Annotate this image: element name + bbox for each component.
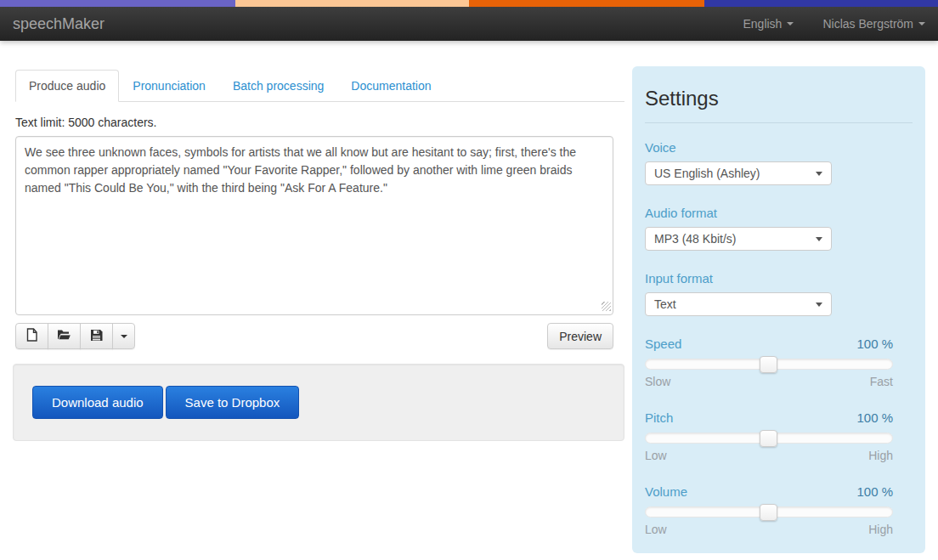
text-limit-note: Text limit: 5000 characters. bbox=[15, 116, 624, 129]
speed-label: Speed bbox=[645, 337, 681, 351]
speed-slider[interactable] bbox=[645, 359, 893, 370]
audio-format-field: Audio format MP3 (48 Kbit/s) bbox=[645, 206, 913, 251]
speech-text-input[interactable]: We see three unknown faces, symbols for … bbox=[15, 136, 613, 315]
brand-stripe-orange bbox=[469, 0, 704, 7]
caret-down-icon bbox=[816, 172, 822, 176]
new-document-button[interactable] bbox=[15, 323, 48, 349]
open-folder-icon bbox=[57, 329, 71, 343]
navbar-menus: English Niclas Bergström bbox=[743, 17, 925, 31]
editor-toolbar: Preview bbox=[15, 323, 613, 349]
speed-min-label: Slow bbox=[645, 375, 670, 388]
brand-stripe bbox=[0, 0, 938, 7]
volume-slider-handle[interactable] bbox=[760, 504, 777, 521]
voice-select[interactable]: US English (Ashley) bbox=[645, 161, 832, 185]
resize-grip-icon[interactable] bbox=[602, 302, 611, 311]
save-button[interactable] bbox=[80, 323, 113, 349]
speech-text-area-wrap: We see three unknown faces, symbols for … bbox=[15, 136, 613, 315]
voice-label: Voice bbox=[645, 140, 913, 155]
volume-slider[interactable] bbox=[645, 506, 893, 518]
pitch-slider-handle[interactable] bbox=[760, 430, 777, 447]
input-format-field: Input format Text bbox=[645, 271, 913, 316]
brand-stripe-purple bbox=[0, 0, 235, 7]
produce-audio-pane: Produce audio Pronunciation Batch proces… bbox=[13, 66, 624, 441]
tab-batch-processing[interactable]: Batch processing bbox=[219, 70, 337, 102]
voice-field: Voice US English (Ashley) bbox=[645, 140, 913, 185]
language-menu-label: English bbox=[743, 17, 782, 31]
speed-max-label: Fast bbox=[870, 375, 893, 388]
preview-button[interactable]: Preview bbox=[547, 323, 613, 349]
pitch-slider-group: Pitch 100 % Low High bbox=[645, 410, 893, 462]
download-audio-button[interactable]: Download audio bbox=[32, 386, 163, 419]
navbar: speechMaker English Niclas Bergström bbox=[0, 7, 938, 41]
audio-format-select-value: MP3 (48 Kbit/s) bbox=[654, 232, 736, 246]
language-menu[interactable]: English bbox=[743, 17, 794, 31]
caret-down-icon bbox=[816, 237, 822, 241]
user-menu-label: Niclas Bergström bbox=[822, 17, 913, 31]
caret-down-icon bbox=[816, 303, 822, 307]
tab-documentation[interactable]: Documentation bbox=[337, 70, 444, 102]
audio-format-label: Audio format bbox=[645, 206, 913, 220]
settings-divider bbox=[645, 122, 913, 123]
caret-down-icon bbox=[121, 335, 127, 338]
pitch-label: Pitch bbox=[645, 410, 673, 425]
input-format-select[interactable]: Text bbox=[645, 292, 832, 316]
save-options-button[interactable] bbox=[112, 323, 135, 349]
audio-actions-well: Download audio Save to Dropbox bbox=[13, 364, 624, 441]
save-to-dropbox-button[interactable]: Save to Dropbox bbox=[166, 386, 300, 419]
brand-stripe-indigo bbox=[704, 0, 938, 7]
pitch-max-label: High bbox=[868, 449, 893, 462]
audio-format-select[interactable]: MP3 (48 Kbit/s) bbox=[645, 227, 832, 251]
new-document-icon bbox=[25, 328, 38, 344]
tab-pronunciation[interactable]: Pronunciation bbox=[119, 70, 219, 102]
main-content: Produce audio Pronunciation Batch proces… bbox=[0, 41, 938, 553]
volume-value: 100 % bbox=[856, 484, 893, 499]
tab-bar: Produce audio Pronunciation Batch proces… bbox=[15, 70, 624, 102]
speed-value: 100 % bbox=[856, 337, 893, 351]
pitch-value: 100 % bbox=[856, 410, 893, 425]
pitch-min-label: Low bbox=[645, 449, 667, 462]
volume-label: Volume bbox=[645, 484, 687, 499]
volume-slider-group: Volume 100 % Low High bbox=[645, 484, 893, 536]
user-menu[interactable]: Niclas Bergström bbox=[822, 17, 925, 31]
volume-max-label: High bbox=[868, 523, 893, 536]
speed-slider-group: Speed 100 % Slow Fast bbox=[645, 337, 893, 388]
caret-down-icon bbox=[787, 22, 794, 25]
pitch-slider[interactable] bbox=[645, 433, 893, 444]
open-file-button[interactable] bbox=[48, 323, 81, 349]
input-format-select-value: Text bbox=[654, 297, 676, 311]
settings-title: Settings bbox=[645, 87, 913, 110]
tab-produce-audio[interactable]: Produce audio bbox=[15, 70, 119, 102]
caret-down-icon bbox=[918, 22, 925, 25]
brand-stripe-peach bbox=[235, 0, 469, 7]
input-format-label: Input format bbox=[645, 271, 913, 286]
voice-select-value: US English (Ashley) bbox=[654, 167, 760, 180]
app-brand[interactable]: speechMaker bbox=[13, 15, 105, 33]
settings-panel: Settings Voice US English (Ashley) Audio… bbox=[632, 66, 925, 553]
save-icon bbox=[90, 329, 103, 344]
file-button-group bbox=[15, 323, 135, 349]
volume-min-label: Low bbox=[645, 523, 667, 536]
speed-slider-handle[interactable] bbox=[760, 356, 777, 373]
